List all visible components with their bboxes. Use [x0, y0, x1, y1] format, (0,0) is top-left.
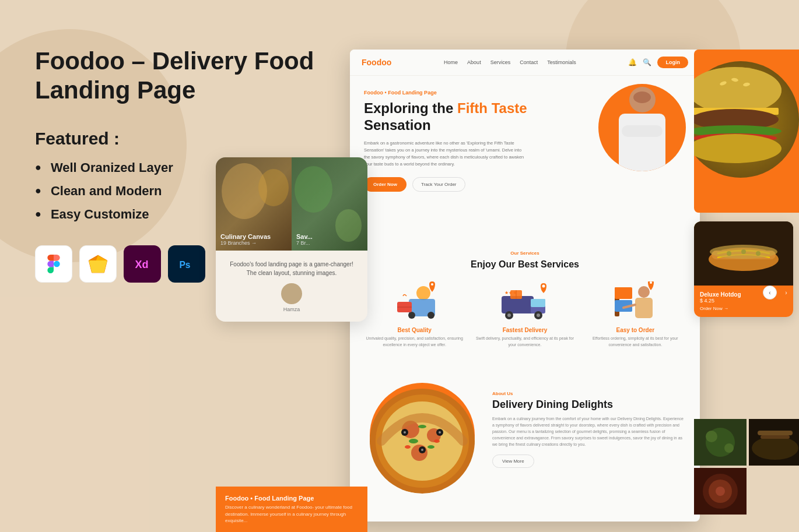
product-card: Deluxe Hotdog $ 4.25 Order Now → [694, 221, 793, 317]
easy-order-icon-area [609, 281, 661, 322]
svg-point-29 [650, 281, 652, 284]
pizza-container [364, 371, 481, 488]
product-image [694, 221, 793, 286]
search-icon[interactable]: 🔍 [643, 58, 651, 66]
svg-rect-71 [758, 431, 793, 435]
bottom-photo-2 [749, 419, 799, 466]
hero-title-part3: Sensation [364, 117, 431, 133]
quality-icon-area [388, 281, 441, 322]
service-delivery-title: Fastest Delivery [474, 327, 575, 333]
hero-title: Exploring the Fifth Taste Sensation [364, 100, 551, 134]
svg-point-36 [411, 445, 427, 461]
track-order-button[interactable]: Track Your Order [412, 177, 465, 192]
prev-arrow-button[interactable]: ‹ [763, 286, 777, 300]
carousel-arrows: ‹ › [763, 286, 793, 300]
nav-links: Home About Services Contact Testimonials [444, 59, 576, 65]
food-branches-2: 7 Br... [296, 240, 313, 246]
order-now-link[interactable]: Order Now → [700, 306, 787, 311]
avatar-name: Hamza [225, 306, 358, 312]
footer-title: Foodoo • Food Landing Page [225, 495, 358, 502]
svg-point-76 [716, 487, 725, 496]
about-description: Embark on a culinary journey from the co… [492, 415, 686, 448]
food-card-1-label: Culinary Canvas 19 Branches → [220, 233, 271, 246]
about-tag: About Us [492, 391, 686, 396]
sketch-icon [79, 245, 117, 283]
svg-point-18 [507, 313, 511, 317]
nav-testimonials[interactable]: Testimonials [547, 59, 576, 65]
svg-point-44 [427, 445, 434, 449]
pizza-image [364, 377, 481, 494]
preview-body-text: Foodoo's food landing page is a game-cha… [225, 260, 358, 277]
services-tag: Our Services [364, 251, 686, 256]
next-arrow-button[interactable]: › [779, 286, 793, 300]
svg-point-6 [416, 286, 430, 300]
nav-home[interactable]: Home [444, 59, 458, 65]
delivery-icon-area: ★★★ [499, 281, 551, 322]
person-body [619, 114, 665, 171]
service-card-delivery: ★★★ Fastest Delivery Swift delivery, pun… [474, 281, 575, 348]
site-logo: Foodoo [362, 58, 391, 67]
feature-item-3: Easy Customize [51, 207, 149, 222]
svg-text:Ps: Ps [179, 259, 190, 269]
bottom-photo-3 [694, 468, 747, 515]
view-more-button[interactable]: View More [492, 455, 534, 468]
hero-description: Embark on a gastronomic adventure like n… [364, 140, 527, 168]
services-section: Our Services Enjoy Our Best Services [350, 239, 700, 360]
nav-about[interactable]: About [467, 59, 481, 65]
person-arms [622, 125, 663, 137]
service-delivery-desc: Swift delivery, punctuality, and efficie… [474, 336, 575, 348]
food-grid: Culinary Canvas 19 Branches → Sav... 7 B… [216, 157, 367, 251]
svg-point-12 [431, 283, 433, 286]
svg-point-67 [706, 431, 717, 442]
logo-accent: oo [381, 58, 391, 67]
hero-person-container [598, 84, 686, 171]
hero-buttons: Order Now Track Your Order [364, 177, 686, 192]
food-name-1: Culinary Canvas [220, 233, 271, 240]
figma-icon [35, 245, 72, 283]
order-now-button[interactable]: Order Now [364, 177, 406, 192]
svg-point-42 [421, 449, 423, 451]
svg-point-9 [427, 312, 434, 319]
logo-text: Food [362, 58, 381, 67]
login-button[interactable]: Login [657, 57, 688, 68]
services-title: Enjoy Our Best Services [364, 259, 686, 270]
hero-person [613, 87, 671, 171]
bell-icon: 🔔 [628, 58, 637, 66]
about-section: About Us Delivery Dining Delights Embark… [350, 360, 700, 499]
footer-description: Discover a culinary wonderland at Foodoo… [225, 504, 358, 524]
svg-rect-27 [615, 287, 632, 299]
featured-label: Featured : [35, 129, 315, 149]
svg-point-24 [638, 286, 650, 298]
svg-point-19 [537, 313, 540, 317]
nav-icons: 🔔 🔍 Login [628, 57, 688, 68]
person-head [629, 87, 656, 112]
svg-point-40 [439, 431, 441, 434]
svg-text:Xd: Xd [135, 258, 148, 270]
avatar [281, 283, 302, 304]
hero-title-part1: Exploring the [364, 100, 457, 116]
food-image-2: Sav... 7 Br... [292, 157, 367, 251]
svg-marker-3 [89, 260, 107, 273]
services-grid: Best Quality Unrivaled quality, precisio… [364, 281, 686, 348]
svg-point-8 [408, 312, 415, 319]
service-order-desc: Effortless ordering, simplicity at its b… [585, 336, 686, 348]
service-quality-desc: Unrivaled quality, precision, and satisf… [364, 336, 465, 348]
bottom-photo-1 [694, 419, 747, 466]
hero-person-circle [598, 84, 686, 171]
svg-point-46 [405, 445, 411, 449]
site-navbar: Foodoo Home About Services Contact Testi… [350, 50, 700, 76]
hero-title-orange: Fifth Taste [457, 100, 527, 116]
hero-section: Foodoo • Food Landing Page Exploring the… [350, 76, 700, 239]
service-order-title: Easy to Order [585, 327, 686, 333]
order-text[interactable]: Order Now → [700, 306, 728, 311]
page-title: Foodoo – Delivery Food Landing Page [35, 47, 315, 105]
nav-services[interactable]: Services [490, 59, 511, 65]
website-preview: Foodoo Home About Services Contact Testi… [350, 50, 700, 522]
svg-point-70 [752, 436, 798, 460]
svg-point-43 [409, 439, 418, 443]
orange-footer-bar: Foodoo • Food Landing Page Discover a cu… [216, 487, 367, 532]
nav-contact[interactable]: Contact [520, 59, 538, 65]
food-image-1: Culinary Canvas 19 Branches → [216, 157, 292, 251]
svg-rect-15 [531, 299, 545, 307]
svg-rect-25 [635, 298, 653, 318]
